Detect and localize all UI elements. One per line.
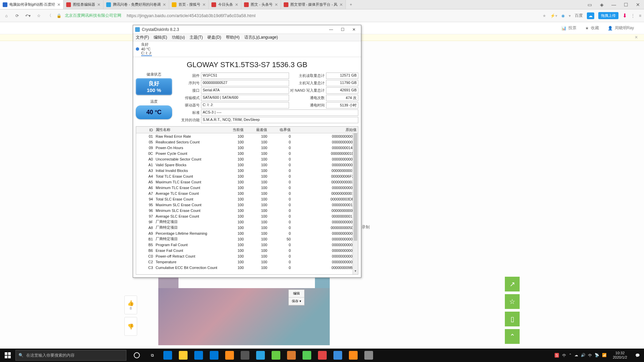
bookmark-star-icon[interactable]: ★ <box>542 13 546 18</box>
tray-icon[interactable]: 📶 <box>602 353 607 358</box>
browser-tab[interactable]: 今日头条✕ <box>209 0 241 9</box>
taskbar-app[interactable] <box>222 349 237 362</box>
taskbar-app[interactable] <box>206 349 222 362</box>
url-text[interactable]: https://jingyan.baidu.com/article/454316… <box>127 13 255 18</box>
taskbar-app[interactable] <box>299 349 315 362</box>
smart-row[interactable]: C0Power-off Retract Count100100000000000… <box>136 253 358 259</box>
vote-link[interactable]: 📊投票 <box>561 25 576 31</box>
taskbar-app[interactable] <box>315 349 330 362</box>
tray-icon[interactable]: 中 <box>588 353 592 358</box>
thumbs-up-button[interactable]: 👍8 <box>124 296 137 314</box>
cdi-menu-item[interactable]: 文件(F) <box>136 35 149 40</box>
smart-row[interactable]: 94Total SLC Erase Count1001000000000003D… <box>136 196 358 202</box>
cortana-button[interactable] <box>129 349 145 362</box>
browser-tab[interactable]: 图怪兽编辑器✕ <box>64 0 104 9</box>
browser-max-button[interactable]: ☐ <box>620 2 632 7</box>
smart-row[interactable]: A6Minimum TLC Erase Count100100000000000… <box>136 185 358 190</box>
fav-link[interactable]: ★收藏 <box>585 25 599 31</box>
taskbar-app[interactable] <box>346 349 361 362</box>
notification-button[interactable]: 💬 <box>633 353 642 358</box>
menu-icon[interactable]: ⋮ <box>631 13 635 18</box>
taskbar-app[interactable] <box>253 349 268 362</box>
tab-close-icon[interactable]: ✕ <box>163 2 166 7</box>
cdi-menu-item[interactable]: 编辑(E) <box>154 35 167 40</box>
taskbar-app[interactable] <box>361 349 376 362</box>
taskbar-app[interactable] <box>237 349 253 362</box>
flash-icon[interactable]: ⚡▾ <box>550 13 557 18</box>
upload-pill[interactable]: 拖拽上传 <box>598 12 618 19</box>
cdi-drive-tab[interactable]: 良好 40 °C C: I: J: <box>133 41 361 57</box>
smart-col-header[interactable]: 临界值 <box>269 127 292 133</box>
smart-row[interactable]: A8厂商特定项目10010000000000005DC <box>136 225 358 230</box>
scroll-thumb[interactable] <box>354 133 357 241</box>
smart-row[interactable]: C3Cumulative ECC Bit Correction Count100… <box>136 265 358 270</box>
smart-row[interactable]: C2Temperature1001000000000000028 <box>136 259 358 265</box>
tray-icon[interactable]: 📡 <box>595 353 599 358</box>
browser-tab[interactable]: 图文管理 - 媒体开放平台 - 凤✕ <box>281 0 346 9</box>
tab-close-icon[interactable]: ✕ <box>275 2 278 7</box>
smart-col-header[interactable]: 原始值 <box>292 127 358 133</box>
browser-tab[interactable]: 图文 - 头条号✕ <box>241 0 281 9</box>
cdi-max-button[interactable]: ☐ <box>337 27 348 32</box>
favorite-button[interactable]: ☆ <box>35 12 42 19</box>
browser-app-icon[interactable]: ▭ <box>583 2 596 7</box>
cdi-menu-item[interactable]: 功能(u) <box>172 35 185 40</box>
undo-button[interactable]: ↶▾ <box>24 12 32 19</box>
tab-close-icon[interactable]: ✕ <box>97 2 100 7</box>
tab-close-icon[interactable]: ✕ <box>339 2 343 7</box>
browser-min-button[interactable]: — <box>608 2 620 7</box>
taskbar-app[interactable] <box>268 349 284 362</box>
search-engine-label[interactable]: 百度 <box>575 13 583 18</box>
smart-row[interactable]: 97Average SLC Erase Count100100000000000… <box>136 213 358 219</box>
cdi-menu-item[interactable]: 硬盘(D) <box>207 35 221 40</box>
home-button[interactable]: ⌂ <box>3 12 10 19</box>
smart-row[interactable]: A7Average TLC Erase Count100100000000000… <box>136 190 358 196</box>
cdi-titlebar[interactable]: CrystalDiskInfo 8.2.3 — ☐ ✕ <box>133 25 361 34</box>
back-button[interactable]: 〈 <box>46 12 53 19</box>
browser-tab[interactable]: 电脑如何录制gif动图-百度经✕ <box>0 0 64 9</box>
tray-icon[interactable]: 🔊 <box>581 353 586 358</box>
tab-close-icon[interactable]: ✕ <box>202 2 206 7</box>
smart-col-header[interactable]: 属性名称 <box>154 127 222 133</box>
smart-col-header[interactable]: 当前值 <box>222 127 245 133</box>
edit-button[interactable]: 编辑 <box>289 290 304 298</box>
smart-row[interactable]: A1Valid Spare Blocks1001000000000000027 <box>136 162 358 168</box>
download-icon[interactable]: ⬇ <box>622 12 627 19</box>
share-button[interactable]: ↗ <box>505 277 520 291</box>
smart-row[interactable]: 0CPower Cycle Count10010000000000001DA <box>136 150 358 156</box>
notice-close-icon[interactable]: ✕ <box>635 35 638 40</box>
smart-row[interactable]: B5Program Fail Count1001000000000000000 <box>136 242 358 247</box>
smart-row[interactable]: A4Total TLC Erase Count1001000000000006F… <box>136 173 358 179</box>
smart-col-header[interactable] <box>136 129 144 131</box>
scroll-down-icon[interactable]: ▾ <box>353 269 358 274</box>
browser-tab[interactable]: 首页 - 搜狐号✕ <box>169 0 209 9</box>
taskbar-app[interactable] <box>330 349 346 362</box>
taskview-button[interactable]: ⧉ <box>145 349 160 362</box>
user-link[interactable]: 👤周晓明Ray <box>608 25 634 31</box>
cloud-icon[interactable]: ☁ <box>587 12 594 19</box>
extension-icon[interactable]: ◉ <box>561 13 565 18</box>
tray-sogou-icon[interactable]: S <box>555 353 559 358</box>
cdi-menu-item[interactable]: 语言(L)(Language) <box>244 35 278 40</box>
cdi-min-button[interactable]: — <box>326 27 336 32</box>
phone-button[interactable]: ▯ <box>505 312 520 326</box>
cdi-menu-item[interactable]: 主题(T) <box>190 35 203 40</box>
tab-close-icon[interactable]: ✕ <box>235 2 238 7</box>
smart-row[interactable]: A5Maximum TLC Erase Count100100000000000… <box>136 179 358 185</box>
tab-close-icon[interactable]: ✕ <box>57 2 61 7</box>
smart-row[interactable]: B1厂商特定项目10010050000000000005 <box>136 236 358 242</box>
tray-icon[interactable]: ⌃ <box>569 353 572 358</box>
start-button[interactable] <box>0 349 15 362</box>
cdi-close-button[interactable]: ✕ <box>349 27 359 32</box>
reload-button[interactable]: ⟳ <box>13 12 21 19</box>
browser-close-button[interactable]: ✕ <box>632 2 644 7</box>
smart-col-header[interactable]: 最差值 <box>245 127 269 133</box>
taskbar-app[interactable] <box>175 349 191 362</box>
smart-row[interactable]: B6Erase Fail Count1001000000000000000 <box>136 247 358 253</box>
smart-row[interactable]: A9Percentage Lifetime Remaining100100000… <box>136 230 358 236</box>
taskbar-app[interactable] <box>191 349 206 362</box>
taskbar-search[interactable]: 🔍 在这里输入你要搜索的内容 <box>15 350 126 361</box>
smart-row[interactable]: 9F厂商特定项目1001000000000000000 <box>136 219 358 225</box>
smart-row[interactable]: A3Initial Invalid Blocks1001000000000000… <box>136 168 358 173</box>
smart-scrollbar[interactable]: ▴ ▾ <box>353 133 358 274</box>
